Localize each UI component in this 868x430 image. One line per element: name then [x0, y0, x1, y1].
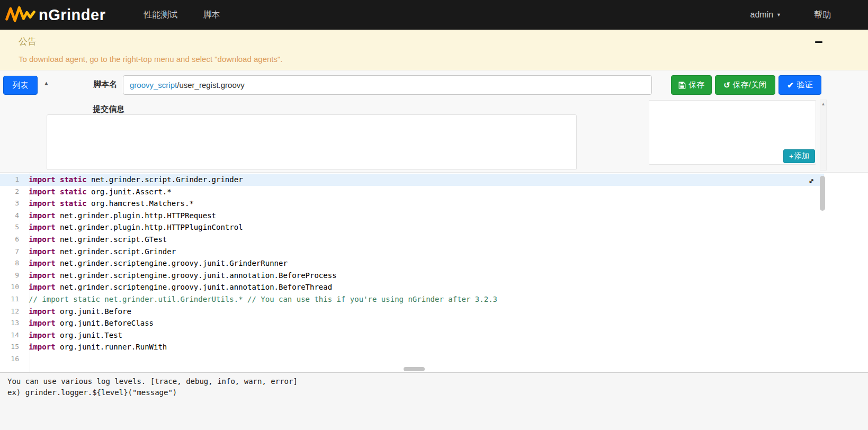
line-code: import net.grinder.scriptengine.groovy.j… [24, 257, 824, 270]
admin-menu[interactable]: admin ▼ [750, 10, 782, 20]
admin-menu-label: admin [750, 10, 774, 20]
code-line[interactable]: 14import org.junit.Test [0, 329, 824, 342]
code-line[interactable]: 1import static net.grinder.script.Grinde… [0, 174, 824, 186]
line-code: import net.grinder.script.GTest [24, 234, 824, 246]
navbar-right: admin ▼ 帮助 [750, 10, 868, 21]
line-number: 12 [0, 306, 24, 318]
brand-name: nGrinder [39, 6, 105, 24]
validate-button-label: 验证 [797, 80, 813, 90]
line-number: 8 [0, 257, 24, 270]
toolbar-buttons: 保存 ↺ 保存/关闭 ✔ 验证 [671, 75, 821, 95]
line-number: 15 [0, 341, 24, 353]
gutter-divider [30, 173, 30, 372]
line-number: 11 [0, 293, 24, 306]
line-number: 2 [0, 186, 24, 198]
help-line-2: ex) grinder.logger.${level}("message") [7, 387, 868, 398]
chevron-down-icon: ▼ [776, 12, 781, 17]
code-line[interactable]: 8import net.grinder.scriptengine.groovy.… [0, 257, 824, 270]
editor-lines: 1import static net.grinder.script.Grinde… [0, 174, 824, 365]
script-name-label: 脚本名 [93, 79, 117, 89]
code-line[interactable]: 5import net.grinder.plugin.http.HTTPPlug… [0, 221, 824, 234]
script-form: 列表 ▲ 脚本名 groovy_script / user_regist.gro… [0, 70, 868, 172]
scroll-up-icon: ▲ [820, 100, 826, 106]
code-line[interactable]: 6import net.grinder.script.GTest [0, 234, 824, 246]
line-number: 5 [0, 221, 24, 234]
line-number: 10 [0, 281, 24, 293]
commit-message-input[interactable] [47, 114, 577, 170]
code-line[interactable]: 15import org.junit.runner.RunWith [0, 341, 824, 353]
line-code: import static org.hamcrest.Matchers.* [24, 198, 824, 210]
code-line[interactable]: 3import static org.hamcrest.Matchers.* [0, 198, 824, 210]
help-panel: You can use various log levels. [trace, … [0, 372, 868, 430]
nav-tab-performance-test[interactable]: 性能测试 [131, 10, 190, 21]
line-number: 1 [0, 174, 24, 186]
caret-up-icon[interactable]: ▲ [43, 80, 49, 86]
line-code: import net.grinder.plugin.http.HTTPPlugi… [24, 221, 824, 234]
script-name-input[interactable]: groovy_script / user_regist.groovy [123, 75, 652, 95]
line-code: import static net.grinder.script.Grinder… [24, 174, 824, 186]
help-link[interactable]: 帮助 [814, 10, 831, 21]
list-button[interactable]: 列表 [3, 76, 38, 95]
line-code: import org.junit.Before [24, 306, 824, 318]
save-icon [678, 82, 686, 89]
line-number: 6 [0, 234, 24, 246]
horizontal-scrollbar[interactable] [404, 367, 425, 371]
line-code: import org.junit.runner.RunWith [24, 341, 824, 353]
main-nav: 性能测试 脚本 [131, 0, 232, 30]
line-number: 14 [0, 329, 24, 342]
code-line[interactable]: 16 [0, 353, 824, 365]
code-line[interactable]: 2import static org.junit.Assert.* [0, 186, 824, 198]
line-number: 13 [0, 317, 24, 329]
save-close-button[interactable]: ↺ 保存/关闭 [715, 75, 775, 95]
code-line[interactable]: 11// import static net.grinder.util.Grin… [0, 293, 824, 306]
code-line[interactable]: 10import net.grinder.scriptengine.groovy… [0, 281, 824, 293]
line-number: 16 [0, 353, 24, 365]
collapse-announcement-button[interactable] [815, 38, 825, 46]
code-editor[interactable]: 1import static net.grinder.script.Grinde… [0, 172, 868, 372]
line-code: import org.junit.Test [24, 329, 824, 342]
code-line[interactable]: 7import net.grinder.script.Grinder [0, 246, 824, 258]
validate-button[interactable]: ✔ 验证 [778, 75, 821, 95]
code-line[interactable]: 12import org.junit.Before [0, 306, 824, 318]
script-file-name: user_regist.groovy [179, 80, 244, 89]
line-code: import net.grinder.scriptengine.groovy.j… [24, 270, 824, 282]
line-code: import net.grinder.script.Grinder [24, 246, 824, 258]
line-number: 9 [0, 270, 24, 282]
brand[interactable]: nGrinder [0, 4, 110, 26]
announcement-panel: 公告 To download agent, go to the right-to… [0, 30, 868, 70]
announcement-title: 公告 [19, 36, 868, 48]
help-line-1: You can use various log levels. [trace, … [7, 376, 868, 387]
resources-scrollbar[interactable]: ▲ [820, 100, 827, 171]
vertical-scrollbar[interactable] [820, 176, 825, 211]
commit-message-label: 提交信息 [93, 104, 124, 114]
add-button-label: 添加 [794, 151, 809, 161]
minus-icon [815, 41, 822, 43]
code-line[interactable]: 13import org.junit.BeforeClass [0, 317, 824, 329]
add-resource-button[interactable]: + 添加 [783, 149, 815, 163]
nav-tab-script[interactable]: 脚本 [190, 10, 232, 21]
check-icon: ✔ [787, 81, 794, 89]
line-number: 4 [0, 210, 24, 222]
line-code: import net.grinder.scriptengine.groovy.j… [24, 281, 824, 293]
save-button[interactable]: 保存 [671, 75, 712, 95]
save-close-icon: ↺ [723, 81, 730, 89]
script-dir-link[interactable]: groovy_script [130, 80, 177, 89]
announcement-message: To download agent, go to the right-top m… [19, 55, 868, 64]
line-code: import net.grinder.plugin.http.HTTPReque… [24, 210, 824, 222]
code-line[interactable]: 9import net.grinder.scriptengine.groovy.… [0, 270, 824, 282]
save-close-button-label: 保存/关闭 [733, 80, 767, 90]
line-number: 7 [0, 246, 24, 258]
line-code: // import static net.grinder.util.Grinde… [24, 293, 824, 306]
save-button-label: 保存 [689, 80, 705, 90]
script-resources-box[interactable]: + 添加 [649, 100, 816, 165]
navbar: nGrinder 性能测试 脚本 admin ▼ 帮助 [0, 0, 868, 30]
line-code: import org.junit.BeforeClass [24, 317, 824, 329]
line-code [24, 353, 824, 365]
line-code: import static org.junit.Assert.* [24, 186, 824, 198]
code-line[interactable]: 4import net.grinder.plugin.http.HTTPRequ… [0, 210, 824, 222]
plus-icon: + [789, 152, 793, 160]
line-number: 3 [0, 198, 24, 210]
ngrinder-logo-icon [5, 4, 36, 26]
